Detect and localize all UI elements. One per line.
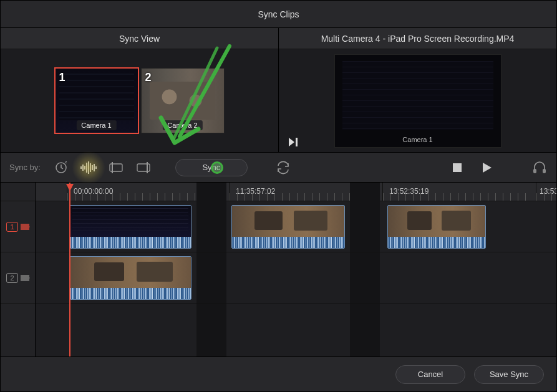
ruler-segment: 13:52:35:19	[382, 183, 532, 201]
track-header-1[interactable]: 1	[1, 201, 35, 252]
sync-view-grid: 1 Camera 1 2 Camera 2	[55, 68, 225, 133]
track-row-1[interactable]	[36, 201, 556, 252]
cancel-button-label: Cancel	[418, 370, 443, 379]
source-viewer-frame[interactable]: Camera 1	[334, 54, 501, 148]
source-viewer-pane: Multi Camera 4 - iPad Pro Screen Recordi…	[278, 28, 556, 152]
clip[interactable]	[69, 256, 191, 300]
viewer-camera-label: Camera 1	[402, 136, 432, 143]
camera-icon	[21, 224, 29, 230]
preview-row: Sync View 1 Camera 1 2 Camera 2	[1, 28, 556, 153]
play-button[interactable]	[479, 160, 495, 176]
timecode-label: 00:00:00:00	[74, 187, 113, 196]
sync-view-title: Sync View	[1, 28, 278, 49]
clip-thumbnail	[232, 206, 344, 237]
track-number-badge: 1	[6, 222, 17, 232]
playhead[interactable]	[69, 183, 70, 356]
ruler-segment: 13:53	[536, 183, 556, 201]
timecode-label: 13:52:35:19	[389, 187, 429, 196]
svg-rect-14	[543, 169, 546, 173]
clip[interactable]	[69, 205, 191, 249]
timecode-label: 11:35:57:02	[236, 187, 275, 196]
titlebar: Sync Clips	[1, 1, 556, 28]
sync-view-body: 1 Camera 1 2 Camera 2	[1, 49, 278, 152]
sync-button[interactable]: Sync	[175, 159, 248, 176]
timecode-label: 13:53	[540, 187, 556, 196]
clip[interactable]	[387, 205, 486, 249]
dialog-title: Sync Clips	[258, 9, 299, 19]
cancel-button[interactable]: Cancel	[395, 365, 465, 384]
clip-waveform	[70, 237, 191, 248]
camera-icon	[21, 275, 29, 281]
clip[interactable]	[231, 205, 345, 249]
next-clip-button[interactable]	[289, 138, 299, 148]
clip-waveform	[232, 237, 344, 248]
clip-thumbnail	[70, 206, 191, 237]
source-viewer-body: Camera 1	[279, 49, 556, 152]
sync-view-pane: Sync View 1 Camera 1 2 Camera 2	[1, 28, 278, 152]
sync-toolbar: Sync by: Sync	[1, 153, 556, 183]
transport-controls	[449, 160, 495, 176]
timeline-area: 1 2 00:00:00:00 11:35:57:02 13:52:35:19	[1, 183, 556, 356]
camera-label: Camera 2	[162, 120, 202, 130]
save-sync-button[interactable]: Save Sync	[474, 365, 544, 384]
stop-button[interactable]	[449, 160, 465, 176]
camera-number: 1	[59, 71, 65, 84]
save-sync-button-label: Save Sync	[490, 370, 528, 379]
track-header-column: 1 2	[1, 183, 36, 356]
dialog-footer: Cancel Save Sync	[1, 356, 556, 391]
track-number-badge: 2	[6, 273, 17, 283]
sync-by-out-point-icon[interactable]	[135, 160, 152, 176]
clip-waveform	[388, 237, 485, 248]
source-viewer-title: Multi Camera 4 - iPad Pro Screen Recordi…	[279, 28, 556, 49]
headphones-icon[interactable]	[531, 160, 548, 176]
camera-label: Camera 1	[76, 120, 116, 130]
svg-rect-13	[533, 169, 536, 173]
camera-tile-1[interactable]: 1 Camera 1	[55, 68, 138, 133]
camera-tile-2[interactable]: 2 Camera 2	[141, 68, 225, 133]
sync-by-label: Sync by:	[9, 163, 41, 172]
svg-rect-12	[453, 163, 462, 172]
sync-by-waveform-icon[interactable]	[80, 160, 97, 176]
clip-thumbnail	[70, 257, 191, 288]
timeline-ruler[interactable]: 00:00:00:00 11:35:57:02 13:52:35:19 13:5…	[36, 183, 556, 201]
camera-number: 2	[145, 71, 152, 84]
sync-clips-dialog: Sync Clips Sync View 1 Camera 1 2 Camera…	[0, 0, 557, 392]
clip-waveform	[70, 288, 191, 299]
loop-icon[interactable]	[275, 160, 291, 176]
timeline-tracks[interactable]: 00:00:00:00 11:35:57:02 13:52:35:19 13:5…	[36, 183, 556, 356]
track-header-2[interactable]: 2	[1, 252, 35, 304]
track-row-2[interactable]	[36, 252, 556, 304]
annotation-highlight	[211, 161, 223, 174]
clip-thumbnail	[388, 206, 485, 237]
